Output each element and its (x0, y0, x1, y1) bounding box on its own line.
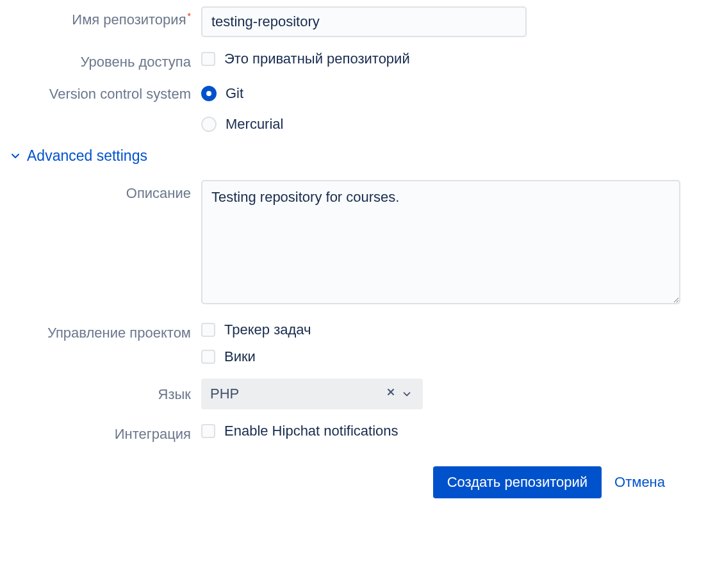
description-textarea[interactable] (201, 180, 680, 304)
label-language: Язык (0, 379, 201, 404)
clear-icon[interactable] (383, 387, 399, 400)
label-access-level: Уровень доступа (0, 49, 201, 72)
vcs-mercurial-radio[interactable] (201, 117, 217, 132)
vcs-git-label: Git (226, 85, 243, 102)
issue-tracker-label: Трекер задач (224, 322, 311, 338)
advanced-settings-toggle[interactable]: Advanced settings (9, 147, 689, 165)
vcs-git-option[interactable]: Git (201, 83, 683, 104)
advanced-settings-label: Advanced settings (27, 147, 147, 165)
label-project-mgmt: Управление проектом (0, 320, 201, 343)
label-integration: Интеграция (0, 421, 201, 444)
row-repo-name: Имя репозитория (0, 6, 689, 37)
label-vcs: Version control system (0, 83, 201, 104)
label-repo-name: Имя репозитория (0, 6, 201, 29)
vcs-mercurial-option[interactable]: Mercurial (201, 114, 683, 135)
private-repo-option[interactable]: Это приватный репозиторий (201, 49, 683, 69)
language-select[interactable]: PHP (201, 379, 423, 409)
private-repo-checkbox[interactable] (201, 52, 215, 66)
row-vcs: Version control system Git Mercurial (0, 83, 689, 135)
hipchat-label: Enable Hipchat notifications (224, 423, 399, 439)
wiki-label: Вики (224, 348, 256, 365)
vcs-mercurial-label: Mercurial (226, 116, 283, 133)
wiki-checkbox[interactable] (201, 350, 215, 364)
wiki-option[interactable]: Вики (201, 347, 683, 367)
private-repo-label: Это приватный репозиторий (224, 51, 410, 67)
language-value: PHP (210, 386, 383, 402)
vcs-git-radio[interactable] (201, 86, 217, 101)
issue-tracker-option[interactable]: Трекер задач (201, 320, 683, 340)
hipchat-checkbox[interactable] (201, 424, 215, 438)
chevron-down-icon (9, 149, 22, 162)
hipchat-option[interactable]: Enable Hipchat notifications (201, 421, 683, 441)
row-language: Язык PHP (0, 379, 689, 409)
row-description: Описание (0, 180, 689, 308)
label-description: Описание (0, 180, 201, 203)
row-project-mgmt: Управление проектом Трекер задач Вики (0, 320, 689, 367)
cancel-button[interactable]: Отмена (614, 474, 665, 491)
row-access-level: Уровень доступа Это приватный репозитори… (0, 49, 689, 72)
create-repo-button[interactable]: Создать репозиторий (433, 466, 602, 498)
row-integration: Интеграция Enable Hipchat notifications (0, 421, 689, 444)
chevron-down-icon (399, 388, 415, 400)
issue-tracker-checkbox[interactable] (201, 323, 215, 337)
form-actions: Создать репозиторий Отмена (0, 466, 689, 498)
repo-name-input[interactable] (201, 6, 527, 37)
